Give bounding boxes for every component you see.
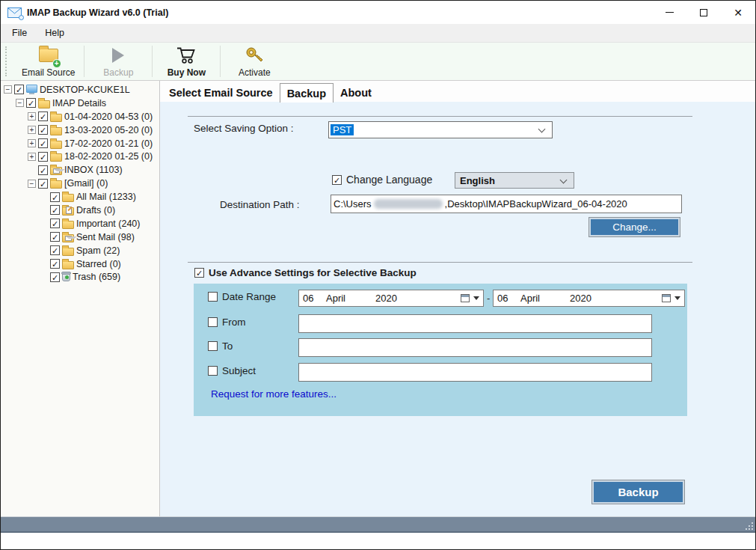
expand-icon[interactable]: + (28, 126, 36, 134)
tree-item-folder-01-04-2020[interactable]: + ✓ 01-04-2020 04-53 (0) (1, 110, 159, 123)
folder-add-icon: + (39, 46, 58, 65)
date-start-day[interactable]: 06 (299, 293, 326, 304)
advance-settings-row: ✓ Use Advance Settings for Selective Bac… (194, 267, 417, 278)
toolbar-label-email-source: Email Source (22, 67, 75, 78)
chevron-down-icon (560, 177, 568, 184)
tree-item-all-mail[interactable]: ✓ All Mail (1233) (1, 190, 159, 204)
checkbox[interactable]: ✓ (38, 111, 48, 121)
minimize-button[interactable] (652, 1, 686, 24)
maximize-icon (700, 9, 707, 16)
change-language-checkbox[interactable]: ✓ (332, 175, 342, 185)
close-button[interactable]: ✕ (721, 1, 755, 24)
advance-settings-label: Use Advance Settings for Selective Backu… (209, 267, 417, 278)
date-end-picker[interactable]: 06 April 2020 (493, 290, 685, 307)
tree-item-inbox[interactable]: ✓ INBOX (1103) (1, 163, 159, 177)
separator-line (188, 262, 692, 263)
checkbox[interactable]: ✓ (38, 179, 48, 189)
saving-option-select[interactable]: PST (328, 121, 553, 138)
collapse-icon[interactable]: − (16, 99, 24, 107)
checkbox[interactable]: ✓ (14, 85, 24, 94)
tree-item-important[interactable]: ✓ Important (240) (1, 217, 159, 230)
date-range-checkbox[interactable] (208, 292, 218, 302)
tree-item-folder-13-03-2020[interactable]: + ✓ 13-03-2020 05-20 (0) (1, 123, 159, 137)
date-end-day[interactable]: 06 (494, 293, 520, 304)
backup-button[interactable]: Backup (591, 480, 685, 504)
chevron-down-icon (538, 126, 546, 133)
subject-input[interactable] (298, 363, 652, 382)
tab-about[interactable]: About (334, 85, 378, 102)
tree-item-starred[interactable]: ✓ Starred (0) (1, 257, 159, 271)
checkbox[interactable]: ✓ (50, 259, 60, 269)
toolbar-grip[interactable] (5, 46, 13, 76)
collapse-icon[interactable]: − (4, 85, 12, 94)
tab-select-email-source[interactable]: Select Email Source (162, 85, 280, 102)
folder-icon (38, 100, 50, 109)
date-range-separator: - (487, 293, 490, 304)
folder-icon (50, 153, 62, 162)
language-value: English (455, 175, 495, 186)
toolbar-button-buy-now[interactable]: Buy Now (154, 43, 218, 80)
tree-item-folder-18-02-2020[interactable]: + ✓ 18-02-2020 01-25 (0) (1, 150, 159, 163)
tree-item-folder-17-02-2020[interactable]: + ✓ 17-02-2020 01-21 (0) (1, 137, 159, 150)
date-start-month[interactable]: April (326, 293, 375, 304)
dropdown-arrow-icon[interactable] (674, 296, 680, 300)
checkbox[interactable]: ✓ (38, 138, 48, 148)
checkbox[interactable]: ✓ (38, 165, 48, 175)
expand-icon[interactable]: + (28, 153, 36, 161)
subject-checkbox[interactable] (208, 366, 218, 376)
from-input[interactable] (298, 314, 652, 333)
collapse-icon[interactable]: − (28, 180, 36, 188)
menu-help[interactable]: Help (45, 28, 64, 38)
toolbar-button-backup[interactable]: Backup (86, 43, 150, 80)
change-language-row: ✓ Change Language (332, 174, 432, 186)
tree-item-sent-mail[interactable]: ✓ Sent Mail (98) (1, 230, 159, 244)
checkbox[interactable]: ✓ (50, 219, 60, 228)
maximize-button[interactable] (686, 1, 721, 24)
status-bar (1, 516, 755, 533)
tree-item-gmail[interactable]: − ✓ [Gmail] (0) (1, 177, 159, 190)
date-range-label: Date Range (222, 291, 276, 302)
advance-settings-checkbox[interactable]: ✓ (194, 268, 204, 278)
dropdown-arrow-icon[interactable] (473, 296, 479, 300)
language-select[interactable]: English (455, 172, 574, 189)
tree-item-drafts[interactable]: ✓ Drafts (0) (1, 204, 159, 217)
tree-item-trash[interactable]: ✓ Trash (659) (1, 270, 159, 284)
from-checkbox[interactable] (208, 317, 218, 327)
menu-file[interactable]: File (12, 28, 27, 38)
folder-icon (50, 180, 62, 189)
mail-app-icon (7, 7, 22, 18)
to-checkbox[interactable] (208, 341, 218, 351)
folder-tree: − ✓ DESKTOP-KCUKE1L − ✓ IMAP Details + ✓… (1, 81, 160, 516)
checkbox[interactable]: ✓ (50, 245, 60, 255)
to-label: To (222, 340, 233, 352)
checkbox[interactable]: ✓ (50, 272, 60, 282)
date-start-picker[interactable]: 06 April 2020 (298, 290, 484, 307)
tree-item-spam[interactable]: ✓ Spam (22) (1, 244, 159, 257)
date-end-year[interactable]: 2020 (570, 293, 612, 304)
expand-icon[interactable]: + (28, 139, 36, 147)
date-start-year[interactable]: 2020 (375, 293, 417, 304)
change-button[interactable]: Change... (588, 217, 680, 237)
toolbar-button-email-source[interactable]: + Email Source (14, 43, 82, 80)
checkbox[interactable]: ✓ (26, 98, 36, 108)
calendar-icon (461, 294, 470, 302)
inbox-folder-icon (50, 167, 62, 175)
date-end-month[interactable]: April (520, 293, 570, 304)
checkbox[interactable]: ✓ (38, 152, 48, 162)
toolbar-button-activate[interactable]: Activate (222, 43, 286, 80)
checkbox[interactable]: ✓ (50, 205, 60, 215)
resize-grip-icon[interactable] (744, 521, 754, 531)
checkbox[interactable]: ✓ (38, 125, 48, 135)
destination-path-input[interactable]: C:\Users ,Desktop\IMAPBackupWizard_06-04… (331, 195, 682, 213)
tab-backup[interactable]: Backup (280, 83, 334, 103)
tree-item-imap-details[interactable]: − ✓ IMAP Details (1, 97, 159, 110)
separator-line (188, 116, 692, 117)
to-input[interactable] (298, 338, 652, 357)
checkbox[interactable]: ✓ (50, 192, 60, 202)
checkbox[interactable]: ✓ (50, 232, 60, 242)
subject-row: Subject (208, 365, 256, 376)
toolbar-separator (152, 46, 153, 77)
tree-item-desktop[interactable]: − ✓ DESKTOP-KCUKE1L (1, 83, 159, 97)
expand-icon[interactable]: + (28, 112, 36, 120)
request-features-link[interactable]: Request for more features... (211, 388, 336, 400)
